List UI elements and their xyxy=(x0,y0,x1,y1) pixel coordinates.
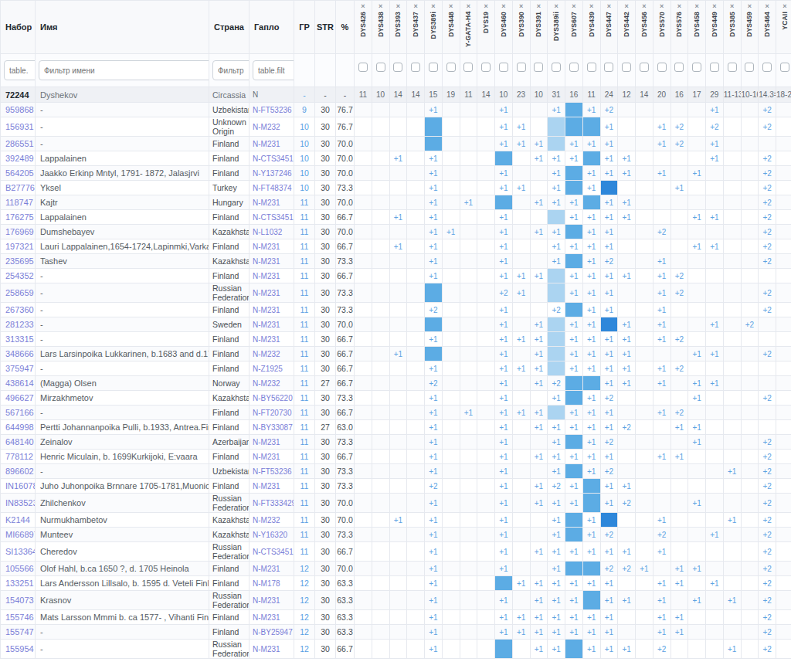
haplogroup-link[interactable]: N-M231 xyxy=(253,306,280,314)
marker-filter-checkbox[interactable] xyxy=(481,63,491,72)
country-filter-input[interactable] xyxy=(212,60,250,80)
column-close-icon[interactable]: × xyxy=(607,1,611,12)
kit-link[interactable]: 118747 xyxy=(5,198,33,207)
haplogroup-link[interactable]: N-M231 xyxy=(253,289,280,297)
marker-filter-checkbox[interactable] xyxy=(463,63,473,72)
kit-link[interactable]: 156931 xyxy=(5,122,34,131)
haplogroup-link[interactable]: N-CTS3451 xyxy=(253,548,294,556)
kit-link[interactable]: 564205 xyxy=(5,168,34,178)
marker-filter-checkbox[interactable] xyxy=(622,63,631,72)
column-close-icon[interactable]: × xyxy=(484,1,487,12)
kit-link[interactable]: 267360 xyxy=(5,305,34,314)
marker-filter-checkbox[interactable] xyxy=(710,63,719,72)
marker-filter-checkbox[interactable] xyxy=(674,63,684,72)
marker-filter-checkbox[interactable] xyxy=(358,63,368,72)
kit-link[interactable]: 496627 xyxy=(5,393,34,402)
haplogroup-link[interactable]: N-M231 xyxy=(253,335,280,344)
kit-link[interactable]: B277765 xyxy=(5,183,36,192)
marker-filter-checkbox[interactable] xyxy=(587,63,596,72)
haplogroup-link[interactable]: N-M231 xyxy=(253,257,280,266)
haplogroup-link[interactable]: N-M232 xyxy=(253,516,280,524)
kit-link[interactable]: 254352 xyxy=(5,271,34,280)
marker-filter-checkbox[interactable] xyxy=(517,63,526,72)
kit-link[interactable]: 438614 xyxy=(5,378,34,388)
haplogroup-link[interactable]: N-M231 xyxy=(253,453,280,461)
column-close-icon[interactable]: × xyxy=(431,1,435,12)
kit-link[interactable]: 281233 xyxy=(5,320,34,329)
haplogroup-link[interactable]: N-M231 xyxy=(253,613,280,622)
haplogroup-link[interactable]: N-FT333429 xyxy=(253,499,294,507)
kit-link[interactable]: 392489 xyxy=(5,154,34,163)
haplogroup-link[interactable]: N-Y137246 xyxy=(253,169,292,178)
haplogroup-link[interactable]: N-M231 xyxy=(253,243,280,251)
haplogroup-link[interactable]: N-M231 xyxy=(253,482,280,490)
haplogroup-link[interactable]: N-M231 xyxy=(253,321,280,329)
haplogroup-link[interactable]: N-FT53236 xyxy=(253,106,292,114)
marker-filter-checkbox[interactable] xyxy=(552,63,561,72)
marker-filter-checkbox[interactable] xyxy=(657,63,667,72)
kit-link[interactable]: 896602 xyxy=(5,467,34,476)
haplogroup-link[interactable]: N-BY56220 xyxy=(253,394,293,402)
column-close-icon[interactable]: × xyxy=(694,1,698,12)
kit-link[interactable]: 648140 xyxy=(5,437,34,446)
column-close-icon[interactable]: × xyxy=(519,1,523,12)
kit-link[interactable]: MI66897 xyxy=(5,530,36,539)
kit-link[interactable]: IN83523 xyxy=(5,498,36,507)
marker-filter-checkbox[interactable] xyxy=(762,63,772,72)
haplogroup-link[interactable]: N-FT48374 xyxy=(253,184,292,192)
haplogroup-link[interactable]: N-M231 xyxy=(253,645,280,653)
haplogroup-link[interactable]: N-M231 xyxy=(253,199,280,207)
haplogroup-link[interactable]: N-M231 xyxy=(253,565,280,573)
column-close-icon[interactable]: × xyxy=(449,1,453,12)
column-close-icon[interactable]: × xyxy=(361,1,365,12)
column-close-icon[interactable]: × xyxy=(537,1,541,12)
haplogroup-link[interactable]: N-M178 xyxy=(253,579,280,588)
kit-filter-input[interactable] xyxy=(4,60,36,80)
column-close-icon[interactable]: × xyxy=(765,1,769,12)
marker-filter-checkbox[interactable] xyxy=(745,63,754,72)
haplogroup-link[interactable]: N-M232 xyxy=(253,350,280,358)
haplogroup-link[interactable]: N-M231 xyxy=(253,272,280,280)
kit-link[interactable]: 176969 xyxy=(5,227,34,236)
marker-filter-checkbox[interactable] xyxy=(376,63,385,72)
haplogroup-link[interactable]: N-Y16320 xyxy=(253,531,287,539)
kit-link[interactable]: 197321 xyxy=(5,242,34,251)
kit-link[interactable]: 154073 xyxy=(5,596,34,605)
kit-link[interactable]: 567166 xyxy=(5,408,34,417)
haplogroup-link[interactable]: N-M232 xyxy=(253,379,280,388)
kit-link[interactable]: 176275 xyxy=(5,212,34,222)
kit-link[interactable]: 155954 xyxy=(5,644,34,653)
marker-filter-checkbox[interactable] xyxy=(604,63,613,72)
marker-filter-checkbox[interactable] xyxy=(499,63,508,72)
kit-link[interactable]: 105566 xyxy=(5,564,34,573)
column-close-icon[interactable]: × xyxy=(572,1,575,12)
haplogroup-link[interactable]: N-BY33087 xyxy=(253,423,293,432)
kit-link[interactable]: 258659 xyxy=(5,288,34,297)
column-close-icon[interactable]: × xyxy=(589,1,593,12)
kit-link[interactable]: SI13364 xyxy=(5,547,36,556)
column-close-icon[interactable]: × xyxy=(642,1,646,12)
marker-filter-checkbox[interactable] xyxy=(534,63,543,72)
kit-link[interactable]: 313315 xyxy=(5,334,34,344)
marker-filter-checkbox[interactable] xyxy=(429,63,438,72)
kit-link[interactable]: K2144 xyxy=(5,515,30,524)
column-close-icon[interactable]: × xyxy=(467,1,470,12)
column-close-icon[interactable]: × xyxy=(624,1,628,12)
marker-filter-checkbox[interactable] xyxy=(393,63,402,72)
kit-link[interactable]: 959868 xyxy=(5,105,34,114)
column-close-icon[interactable]: × xyxy=(748,1,752,12)
haplo-filter-input[interactable] xyxy=(253,60,294,80)
haplogroup-link[interactable]: N-M231 xyxy=(253,140,280,148)
haplogroup-link[interactable]: N-FT53236 xyxy=(253,467,292,476)
haplogroup-link[interactable]: N-M231 xyxy=(253,596,280,605)
kit-link[interactable]: 235695 xyxy=(5,256,34,266)
marker-filter-checkbox[interactable] xyxy=(780,63,789,72)
haplogroup-link[interactable]: N-CTS3451 xyxy=(253,154,294,163)
kit-link[interactable]: IN16078 xyxy=(5,481,36,490)
haplogroup-link[interactable]: N-M232 xyxy=(253,123,280,131)
kit-link[interactable]: 375947 xyxy=(5,364,34,373)
column-close-icon[interactable]: × xyxy=(712,1,716,12)
kit-link[interactable]: 155746 xyxy=(5,613,34,622)
haplogroup-link[interactable]: N-L1032 xyxy=(253,228,282,236)
marker-filter-checkbox[interactable] xyxy=(446,63,456,72)
